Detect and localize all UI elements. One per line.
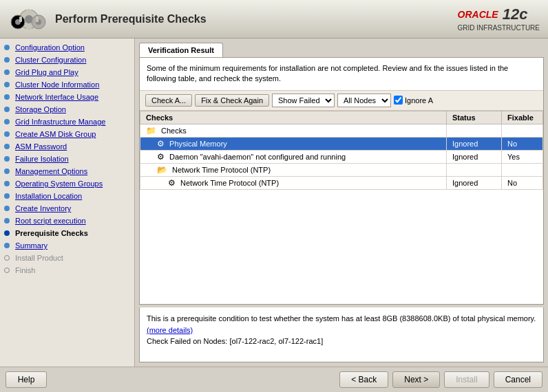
sidebar-dot [4,131,10,137]
sidebar-item-asm-password[interactable]: ASM Password [0,140,134,153]
sidebar-dot [4,69,10,75]
sidebar-dot [4,94,10,100]
bottom-bar: Help < Back Next > Install Cancel [0,367,548,392]
all-nodes-select[interactable]: All Nodes [337,94,391,107]
checks-group-status [447,124,502,137]
panel-content: Some of the minimum requirements for ins… [139,57,544,305]
sidebar-item-os-groups[interactable]: Operating System Groups [0,177,134,190]
sidebar-dot [4,181,10,186]
toolbar: Check A... Fix & Check Again Show Failed… [140,91,543,111]
product-text: GRID INFRASTRUCTURE [458,23,540,32]
oracle-branding: ORACLE 12c GRID INFRASTRUCTURE [458,6,540,32]
sidebar-dot [4,82,10,87]
sidebar-dot [4,119,10,124]
sidebar-item-summary[interactable]: Summary [0,239,134,252]
ntp-group-label: 📂 Network Time Protocol (NTP) [140,163,447,176]
tab-verification-result[interactable]: Verification Result [139,43,223,57]
gear-icons [8,7,50,32]
ntp-group-fixable [502,163,543,176]
show-failed-select[interactable]: Show Failed [272,94,335,107]
main-content: Configuration Option Cluster Configurati… [0,39,548,367]
oracle-logo: ORACLE 12c GRID INFRASTRUCTURE [458,6,540,32]
col-status: Status [447,111,502,124]
ignore-checkbox[interactable] [394,96,403,105]
svg-rect-6 [26,10,32,12]
ntp-group-status [447,163,502,176]
help-button[interactable]: Help [6,371,47,388]
ntp-item-status: Ignored [447,176,502,189]
avahi-label: ⚙ Daemon "avahi-daemon" not configured a… [140,150,447,163]
sidebar-item-cluster-config[interactable]: Cluster Configuration [0,54,134,66]
tab-bar: Verification Result [139,43,544,57]
check-again-button[interactable]: Check A... [145,94,192,107]
sidebar-dot-empty [4,268,10,273]
sidebar-dot [4,144,10,149]
version-text: 12c [503,6,528,23]
sidebar: Configuration Option Cluster Configurati… [0,39,135,367]
right-panel: Verification Result Some of the minimum … [135,39,548,367]
checks-group-label: 📁 Checks [140,124,447,137]
sidebar-dot [4,168,10,174]
checks-table: Checks Status Fixable 📁 Checks [140,111,543,304]
checks-data-table: Checks Status Fixable 📁 Checks [140,111,543,190]
sidebar-item-network-interface[interactable]: Network Interface Usage [0,91,134,103]
cancel-button[interactable]: Cancel [494,371,542,388]
sidebar-dot [4,218,10,224]
sidebar-item-storage-option[interactable]: Storage Option [0,103,134,116]
ntp-item-fixable: No [502,176,543,189]
sidebar-item-create-asm[interactable]: Create ASM Disk Group [0,128,134,140]
sidebar-item-install-product: Install Product [0,252,134,264]
sidebar-dot [4,156,10,162]
next-button[interactable]: Next > [392,371,440,388]
sidebar-dot [4,243,10,248]
oracle-text: ORACLE [458,9,498,20]
sidebar-item-finish: Finish [0,264,134,276]
svg-rect-7 [26,26,32,29]
check-item-icon: ⚙ [168,178,176,188]
folder-icon: 📁 [146,126,156,135]
sidebar-dot-empty [4,255,10,261]
sidebar-item-config-option[interactable]: Configuration Option [0,41,134,54]
more-details-link[interactable]: (more details) [147,326,193,334]
ignore-checkbox-label: Ignore A [394,96,433,105]
sidebar-item-grid-plug-play[interactable]: Grid Plug and Play [0,66,134,78]
sidebar-dot [4,57,10,63]
sidebar-item-prereq-checks[interactable]: Prerequisite Checks [0,227,134,239]
table-row[interactable]: ⚙ Daemon "avahi-daemon" not configured a… [140,150,543,163]
desc-text1: This is a prerequisite condition to test… [147,314,536,323]
physical-memory-status: Ignored [447,137,502,150]
nav-buttons: < Back Next > Install Cancel [339,371,542,388]
checks-group-fixable [502,124,543,137]
desc-text2: Check Failed on Nodes: [ol7-122-rac2, ol… [147,337,323,345]
main-window: Perform Prerequisite Checks ORACLE 12c G… [0,0,548,392]
physical-memory-fixable: No [502,137,543,150]
window-title: Perform Prerequisite Checks [55,13,207,25]
sidebar-item-install-location[interactable]: Installation Location [0,190,134,202]
sidebar-dot [4,107,10,112]
sidebar-item-root-script[interactable]: Root script execution [0,215,134,227]
avahi-status: Ignored [447,150,502,163]
table-row[interactable]: ⚙ Physical Memory Ignored No [140,137,543,150]
table-row[interactable]: 📁 Checks [140,124,543,137]
ntp-item-label: ⚙ Network Time Protocol (NTP) [140,176,447,189]
table-row[interactable]: ⚙ Network Time Protocol (NTP) Ignored No [140,176,543,189]
svg-rect-8 [19,17,22,22]
svg-rect-9 [36,17,39,22]
col-fixable: Fixable [502,111,543,124]
sidebar-dot [4,206,10,211]
sidebar-item-create-inventory[interactable]: Create Inventory [0,202,134,215]
sidebar-item-management-options[interactable]: Management Options [0,165,134,177]
description-panel: This is a prerequisite condition to test… [139,307,544,362]
back-button[interactable]: < Back [339,371,388,388]
col-checks: Checks [140,111,447,124]
fix-check-button[interactable]: Fix & Check Again [195,94,269,107]
sidebar-dot [4,193,10,199]
install-button[interactable]: Install [444,371,489,388]
sidebar-dot [4,45,10,50]
physical-memory-label: ⚙ Physical Memory [140,137,447,150]
title-bar-left: Perform Prerequisite Checks [8,7,207,32]
sidebar-item-grid-infra[interactable]: Grid Infrastructure Manage [0,116,134,128]
sidebar-item-cluster-node-info[interactable]: Cluster Node Information [0,78,134,91]
table-row[interactable]: 📂 Network Time Protocol (NTP) [140,163,543,176]
sidebar-item-failure-isolation[interactable]: Failure Isolation [0,153,134,165]
